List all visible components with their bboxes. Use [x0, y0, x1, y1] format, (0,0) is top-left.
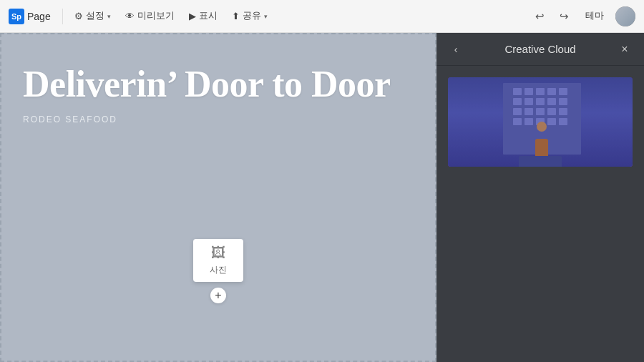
redo-button[interactable]: ↪: [554, 6, 574, 26]
user-avatar[interactable]: [615, 6, 635, 26]
panel-close-button[interactable]: ×: [615, 40, 634, 59]
add-button[interactable]: +: [210, 288, 226, 303]
settings-button[interactable]: ⚙ 설정 ▾: [69, 7, 117, 25]
divider-1: [62, 9, 63, 24]
purple-tint: [448, 77, 633, 167]
undo-icon: ↩: [535, 10, 545, 23]
app-title: Page: [27, 11, 51, 22]
canvas-area: Deliverin’ Door to Door RODEO SEAFOOD 🖼 …: [0, 33, 436, 362]
back-icon: ‹: [454, 44, 458, 55]
image-icon: 🖼: [211, 245, 225, 261]
panel-content: [436, 66, 644, 362]
close-icon: ×: [621, 43, 628, 56]
redo-icon: ↪: [560, 10, 569, 23]
right-panel: ‹ Creative Cloud ×: [436, 33, 644, 362]
eye-icon: 👁: [125, 11, 135, 21]
panel-header: ‹ Creative Cloud ×: [436, 33, 644, 66]
preview-button[interactable]: 👁 미리보기: [119, 7, 180, 25]
app-logo: Sp Page: [9, 9, 51, 24]
play-icon: ▶: [189, 11, 196, 21]
chevron-down-icon: ▾: [107, 13, 111, 20]
share-icon: ⬆: [232, 11, 240, 21]
chevron-down-icon-2: ▾: [264, 13, 268, 20]
canvas-title: Deliverin’ Door to Door: [23, 63, 391, 106]
logo-icon: Sp: [9, 9, 24, 24]
canvas-subtitle: RODEO SEAFOOD: [23, 114, 117, 124]
photo-placeholder[interactable]: 🖼 사진: [193, 239, 243, 282]
panel-title: Creative Cloud: [471, 43, 610, 55]
panel-back-button[interactable]: ‹: [447, 40, 465, 59]
display-button[interactable]: ▶ 표시: [183, 7, 223, 25]
undo-button[interactable]: ↩: [530, 6, 550, 26]
theme-button[interactable]: 테마: [578, 7, 611, 25]
avatar-image: [615, 6, 635, 26]
toolbar-actions: ↩ ↪ 테마: [530, 6, 635, 26]
photo-label: 사진: [210, 264, 227, 276]
toolbar: Sp Page ⚙ 설정 ▾ 👁 미리보기 ▶ 표시 ⬆ 공유 ▾ ↩ ↪ 테마: [0, 0, 644, 33]
gear-icon: ⚙: [74, 11, 83, 21]
photo-placeholder-wrapper: 🖼 사진 +: [193, 239, 243, 303]
share-button[interactable]: ⬆ 공유 ▾: [226, 7, 273, 25]
main-area: Deliverin’ Door to Door RODEO SEAFOOD 🖼 …: [0, 33, 644, 362]
preview-image: [448, 77, 633, 167]
panel-image-preview[interactable]: [448, 77, 633, 167]
